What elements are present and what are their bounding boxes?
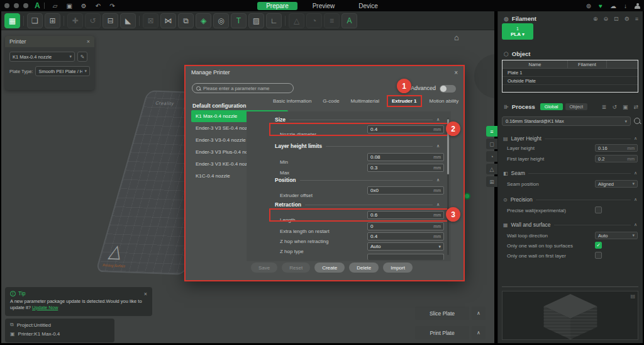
tab-extruder-1[interactable]: Extruder 1 <box>387 95 422 107</box>
slice-options-chevron[interactable]: ∧ <box>472 307 486 320</box>
home-view-icon[interactable]: ⌂ <box>454 33 459 42</box>
filament-settings-icon[interactable]: ⚙ <box>625 16 630 22</box>
scale-tool[interactable]: ⊟ <box>103 13 118 28</box>
advanced-toggle[interactable] <box>440 85 456 93</box>
first-layer-height-field[interactable]: 0.2 mm <box>595 155 638 162</box>
reset-process-icon[interactable]: ↺ <box>612 104 617 110</box>
pattern-tool[interactable]: ▨ <box>248 13 264 28</box>
scope-object-chip[interactable]: Object <box>565 103 588 110</box>
slice-plate-button[interactable]: Slice Plate <box>415 307 469 320</box>
preset-search-icon[interactable] <box>633 117 641 125</box>
add-filament-icon[interactable]: ⊕ <box>593 16 598 22</box>
search-input[interactable] <box>203 86 289 91</box>
tab-basic-information[interactable]: Basic information <box>269 96 315 106</box>
list-tool[interactable]: ≡ <box>324 13 340 28</box>
collapse-chevron-icon[interactable]: ∧ <box>436 144 440 149</box>
tab-multimaterial[interactable]: Multimaterial <box>347 96 383 106</box>
save-button[interactable]: Save <box>251 263 277 273</box>
dialog-close-icon[interactable]: × <box>454 69 458 76</box>
collapse-chevron-icon[interactable]: ∧ <box>436 202 440 207</box>
favorites-heart-icon[interactable]: ♥ <box>599 3 602 9</box>
tab-preview[interactable]: Preview <box>304 2 344 10</box>
params-tab[interactable]: ≡ <box>486 126 497 137</box>
timelapse-tool[interactable]: ◔ <box>306 13 322 28</box>
tab-motion-ability[interactable]: Motion ability <box>426 96 463 106</box>
edit-printer-button[interactable]: ✎ <box>77 52 87 62</box>
remove-filament-icon[interactable]: ⊖ <box>604 16 609 22</box>
collapse-chevron-icon[interactable]: ∧ <box>634 197 637 202</box>
viewport-canvas[interactable]: ⌂ Creality △ Printing Surface Printer × … <box>1 30 494 343</box>
collapse-chevron-icon[interactable]: ∧ <box>634 222 637 227</box>
layer-height-field[interactable]: 0.16 mm <box>595 144 638 152</box>
support-paint-tool[interactable]: ◎ <box>213 13 229 28</box>
print-plate-button[interactable]: Print Plate <box>415 326 469 339</box>
plate-settings-tab[interactable]: ◻ <box>486 139 497 149</box>
model-preview-panel[interactable]: ▤ <box>502 291 638 340</box>
add-model-tool[interactable]: ❏ <box>27 13 43 28</box>
max-layer-height-field[interactable]: 0.3 mm <box>367 164 444 172</box>
process-preset-select[interactable]: 0.16mm Standard@K1 Max ▾ <box>502 116 631 126</box>
extra-length-field[interactable]: 0 mm <box>367 222 444 230</box>
lay-on-face-tool[interactable]: ◣ <box>120 13 136 28</box>
tune-icon[interactable]: ≣ <box>602 104 607 110</box>
create-button[interactable]: Create <box>314 263 345 273</box>
precise-wall-checkbox[interactable] <box>595 206 602 213</box>
z-hop-type-select[interactable]: Auto ▾ <box>367 242 444 251</box>
tab-prepare[interactable]: Prepare <box>257 2 297 10</box>
tip-close-icon[interactable]: × <box>144 291 147 297</box>
min-layer-height-field[interactable]: 0.08 mm <box>367 153 444 161</box>
text-tool[interactable]: T <box>231 13 247 28</box>
add-plate-tool[interactable]: ⊞ <box>45 13 60 28</box>
import-button[interactable]: Import <box>383 263 413 273</box>
transform-tool[interactable]: ⊠ <box>143 13 158 28</box>
plate-type-select[interactable]: Smooth PEI Plate / High T... ▾ <box>35 66 90 76</box>
more-tab[interactable]: ⊞ <box>486 176 497 187</box>
plate-layout-tool[interactable]: ▦ <box>4 13 20 28</box>
collapse-chevron-icon[interactable]: ∧ <box>436 178 440 183</box>
z-hop-height-field[interactable]: 0.4 mm <box>367 232 444 240</box>
measure-tool[interactable]: ∟ <box>266 13 282 28</box>
wall-loop-direction-select[interactable]: Auto ▾ <box>595 232 638 239</box>
table-row[interactable]: Outside Plate <box>502 77 638 85</box>
extruder-offset-field[interactable]: 0x0 mm <box>367 186 444 195</box>
arrange-tool[interactable]: △ <box>289 13 304 28</box>
user-account-icon[interactable] <box>635 3 640 9</box>
one-wall-first-layer-checkbox[interactable] <box>595 252 602 259</box>
table-row[interactable]: Plate 1 <box>502 69 638 77</box>
collapse-chevron-icon[interactable]: ∧ <box>634 136 637 141</box>
tab-gcode[interactable]: G-code <box>319 96 343 106</box>
clone-tool[interactable]: ⧉ <box>178 13 194 28</box>
download-icon[interactable]: ↓ <box>624 3 627 9</box>
reset-button[interactable]: Reset <box>282 263 310 273</box>
letter-tool[interactable]: A <box>341 13 357 28</box>
sync-filament-icon[interactable]: ⊡ <box>614 16 619 22</box>
sync-process-icon[interactable]: ⇄ <box>633 104 638 110</box>
move-tool[interactable]: ✚ <box>67 13 83 28</box>
gauge-tab[interactable]: ◔ <box>486 151 497 162</box>
seam-position-select[interactable]: Aligned ▾ <box>595 180 638 188</box>
filament-menu-icon[interactable]: ≡ <box>635 16 638 22</box>
mirror-tool[interactable]: ⋈ <box>160 13 176 28</box>
support-tab[interactable]: △ <box>486 164 497 174</box>
form-scrollbar[interactable] <box>447 118 449 255</box>
retraction-length-field[interactable]: 0.6 mm <box>367 211 444 219</box>
tab-device[interactable]: Device <box>350 2 387 10</box>
collapse-chevron-icon[interactable]: ∧ <box>634 171 637 176</box>
delete-button[interactable]: Delete <box>349 263 379 273</box>
dialog-header[interactable]: Manage Printer × <box>186 66 464 79</box>
update-now-link[interactable]: Update Now <box>32 305 58 310</box>
navigation-sphere[interactable] <box>474 54 494 98</box>
rotate-tool[interactable]: ↺ <box>85 13 101 28</box>
filament-slot-chip[interactable]: 1 PLA ▾ <box>502 23 533 40</box>
print-options-chevron[interactable]: ∧ <box>472 326 486 339</box>
printer-select[interactable]: K1 Max-0.4 nozzle ▾ <box>9 52 75 62</box>
one-wall-top-checkbox[interactable]: ✓ <box>595 242 602 249</box>
nozzle-diameter-field[interactable]: 0.4 mm <box>367 125 444 133</box>
scope-global-chip[interactable]: Global <box>540 103 563 110</box>
parameter-search[interactable] <box>192 83 294 93</box>
cloud-upload-icon[interactable]: ☁ <box>610 3 616 9</box>
collapse-chevron-icon[interactable]: ∧ <box>436 117 440 122</box>
community-icon[interactable]: ⊚ <box>586 3 591 9</box>
printer-panel-close-icon[interactable]: × <box>87 38 90 45</box>
seam-paint-tool[interactable]: ◈ <box>196 13 211 28</box>
